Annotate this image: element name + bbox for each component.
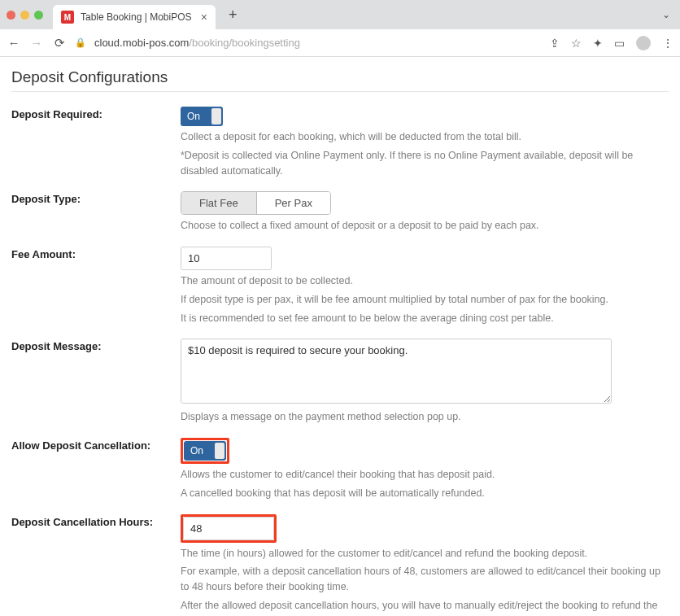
url-host: cloud.mobi-pos.com (94, 37, 189, 49)
label-deposit-required: Deposit Required: (11, 107, 181, 178)
browser-tab-strip: M Table Booking | MobiPOS × + ⌄ (0, 0, 680, 29)
page-content: Deposit Configurations Deposit Required:… (0, 57, 680, 616)
tab-title: Table Booking | MobiPOS (81, 11, 192, 23)
help-text: The amount of deposit to be collected. (181, 273, 669, 289)
row-deposit-message: Deposit Message: Displays a message on t… (11, 332, 669, 431)
toggle-label: On (190, 445, 203, 457)
help-text: Choose to collect a fixed amount of depo… (181, 218, 669, 234)
help-text: Collect a deposit for each booking, whic… (181, 129, 669, 145)
label-fee-amount: Fee Amount: (11, 247, 181, 325)
extensions-icon[interactable]: ✦ (593, 37, 603, 50)
option-per-pax[interactable]: Per Pax (257, 192, 330, 214)
toggle-knob (211, 108, 221, 125)
tab-overflow-icon[interactable]: ⌄ (662, 9, 673, 20)
forward-button: → (29, 36, 44, 50)
help-text: For example, with a deposit cancellation… (181, 564, 669, 595)
bookmark-icon[interactable]: ☆ (571, 37, 582, 50)
lock-icon[interactable]: 🔒 (75, 37, 86, 48)
label-allow-cancel: Allow Deposit Cancellation: (11, 438, 181, 501)
toggle-allow-cancel[interactable]: On (184, 441, 226, 461)
row-cancel-hours: Deposit Cancellation Hours: The time (in… (11, 508, 669, 617)
row-deposit-type: Deposit Type: Flat Fee Per Pax Choose to… (11, 185, 669, 240)
share-icon[interactable]: ⇪ (550, 37, 560, 50)
help-text: Allows the customer to edit/cancel their… (181, 467, 669, 483)
label-deposit-type: Deposit Type: (11, 191, 181, 234)
close-window-icon[interactable] (7, 11, 15, 20)
url-path: /booking/bookingsetting (189, 37, 300, 49)
browser-tab[interactable]: M Table Booking | MobiPOS × (53, 5, 216, 29)
section-heading-deposit: Deposit Configurations (11, 68, 669, 92)
help-text: After the allowed deposit cancellation h… (181, 598, 669, 616)
menu-icon[interactable]: ⋮ (662, 37, 673, 50)
highlight-cancel-hours (181, 514, 277, 543)
toggle-label: On (187, 111, 200, 122)
label-cancel-hours: Deposit Cancellation Hours: (11, 514, 181, 617)
input-cancel-hours[interactable] (183, 517, 274, 540)
reader-icon[interactable]: ▭ (614, 37, 625, 50)
toggle-knob (215, 443, 224, 459)
toggle-deposit-required[interactable]: On (181, 107, 223, 126)
toolbar-right: ⇪ ☆ ✦ ▭ ⋮ (550, 36, 673, 50)
close-tab-icon[interactable]: × (201, 11, 207, 24)
label-deposit-message: Deposit Message: (11, 339, 181, 425)
maximize-window-icon[interactable] (34, 11, 43, 20)
profile-avatar-icon[interactable] (636, 36, 651, 50)
textarea-deposit-message[interactable] (181, 339, 612, 404)
minimize-window-icon[interactable] (20, 11, 29, 20)
highlight-allow-cancel: On (181, 438, 229, 464)
favicon-icon: M (61, 11, 74, 24)
input-fee-amount[interactable] (181, 247, 272, 270)
window-controls (7, 11, 43, 20)
reload-button[interactable]: ⟳ (52, 36, 67, 50)
option-flat-fee[interactable]: Flat Fee (181, 192, 257, 214)
address-bar[interactable]: cloud.mobi-pos.com/booking/bookingsettin… (94, 37, 300, 49)
help-text: If deposit type is per pax, it will be f… (181, 292, 669, 308)
row-fee-amount: Fee Amount: The amount of deposit to be … (11, 240, 669, 332)
row-deposit-required: Deposit Required: On Collect a deposit f… (11, 100, 669, 185)
back-button[interactable]: ← (7, 36, 21, 50)
browser-toolbar: ← → ⟳ 🔒 cloud.mobi-pos.com/booking/booki… (0, 29, 680, 57)
row-allow-cancel: Allow Deposit Cancellation: On Allows th… (11, 431, 669, 508)
segmented-deposit-type: Flat Fee Per Pax (181, 191, 331, 215)
help-text: Displays a message on the payment method… (181, 409, 669, 425)
help-text: *Deposit is collected via Online Payment… (181, 148, 669, 179)
help-text: The time (in hours) allowed for the cust… (181, 546, 669, 561)
help-text: A cancelled booking that has deposit wil… (181, 486, 669, 501)
help-text: It is recommended to set fee amount to b… (181, 311, 669, 326)
new-tab-button[interactable]: + (220, 7, 246, 24)
